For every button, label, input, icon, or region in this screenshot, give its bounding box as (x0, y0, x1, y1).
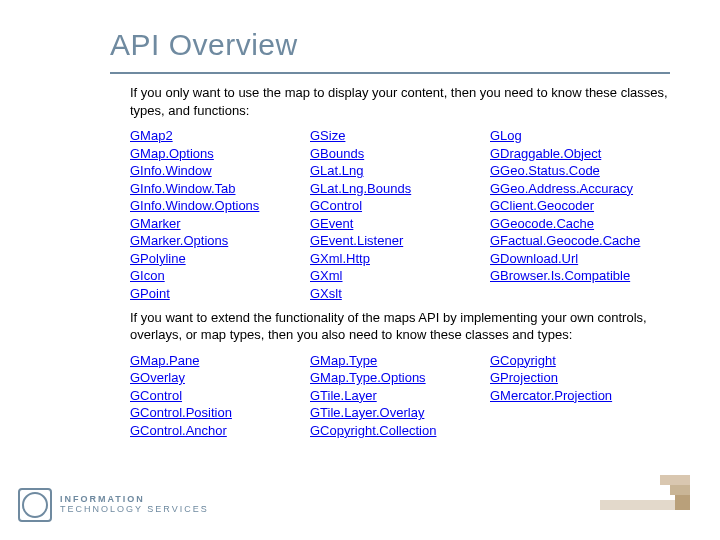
api-link[interactable]: GIcon (130, 267, 280, 285)
intro-text-2: If you want to extend the functionality … (130, 309, 690, 344)
api-link[interactable]: GInfo.Window.Tab (130, 180, 280, 198)
api-link[interactable]: GOverlay (130, 369, 280, 387)
api-link[interactable]: GBounds (310, 145, 460, 163)
api-link[interactable]: GControl.Position (130, 404, 280, 422)
api-link[interactable]: GClient.Geocoder (490, 197, 640, 215)
api-link[interactable]: GMarker.Options (130, 232, 280, 250)
api-link[interactable]: GCopyright.Collection (310, 422, 460, 440)
api-col: GMap2GMap.OptionsGInfo.WindowGInfo.Windo… (130, 127, 280, 302)
api-link[interactable]: GDownload.Url (490, 250, 640, 268)
api-link[interactable]: GTile.Layer.Overlay (310, 404, 460, 422)
api-link[interactable]: GBrowser.Is.Compatible (490, 267, 640, 285)
api-col: GCopyrightGProjectionGMercator.Projectio… (490, 352, 640, 440)
unc-seal-icon (18, 488, 52, 522)
body-content: If you only want to use the map to displ… (130, 80, 690, 445)
api-link[interactable]: GXml.Http (310, 250, 460, 268)
api-link[interactable]: GMarker (130, 215, 280, 233)
title-divider (110, 72, 670, 74)
api-col: GLogGDraggable.ObjectGGeo.Status.CodeGGe… (490, 127, 640, 302)
api-link[interactable]: GControl.Anchor (130, 422, 280, 440)
api-link[interactable]: GControl (310, 197, 460, 215)
api-link[interactable]: GGeo.Address.Accuracy (490, 180, 640, 198)
api-col: GSizeGBoundsGLat.LngGLat.Lng.BoundsGCont… (310, 127, 460, 302)
thumbnail-icon (600, 475, 690, 510)
api-link[interactable]: GMap.Type (310, 352, 460, 370)
api-link[interactable]: GControl (130, 387, 280, 405)
api-col: GMap.TypeGMap.Type.OptionsGTile.LayerGTi… (310, 352, 460, 440)
api-link[interactable]: GTile.Layer (310, 387, 460, 405)
api-link[interactable]: GLat.Lng.Bounds (310, 180, 460, 198)
api-link[interactable]: GGeo.Status.Code (490, 162, 640, 180)
api-link[interactable]: GPolyline (130, 250, 280, 268)
api-link[interactable]: GMercator.Projection (490, 387, 640, 405)
api-link[interactable]: GMap2 (130, 127, 280, 145)
api-link[interactable]: GMap.Options (130, 145, 280, 163)
api-link[interactable]: GInfo.Window.Options (130, 197, 280, 215)
intro-text-1: If you only want to use the map to displ… (130, 84, 690, 119)
api-col: GMap.PaneGOverlayGControlGControl.Positi… (130, 352, 280, 440)
api-list-group-1: GMap2GMap.OptionsGInfo.WindowGInfo.Windo… (130, 127, 690, 302)
slide: API Overview If you only want to use the… (0, 0, 720, 540)
api-link[interactable]: GPoint (130, 285, 280, 303)
api-link[interactable]: GEvent (310, 215, 460, 233)
api-link[interactable]: GProjection (490, 369, 640, 387)
api-link[interactable]: GInfo.Window (130, 162, 280, 180)
api-link[interactable]: GMap.Pane (130, 352, 280, 370)
api-link[interactable]: GXslt (310, 285, 460, 303)
api-link[interactable]: GDraggable.Object (490, 145, 640, 163)
api-link[interactable]: GCopyright (490, 352, 640, 370)
footer-line2: TECHNOLOGY SERVICES (60, 505, 209, 515)
api-link[interactable]: GGeocode.Cache (490, 215, 640, 233)
api-link[interactable]: GSize (310, 127, 460, 145)
page-title: API Overview (110, 28, 298, 62)
api-link[interactable]: GXml (310, 267, 460, 285)
api-link[interactable]: GLog (490, 127, 640, 145)
api-link[interactable]: GEvent.Listener (310, 232, 460, 250)
footer-logo: INFORMATION TECHNOLOGY SERVICES (18, 488, 209, 522)
api-link[interactable]: GFactual.Geocode.Cache (490, 232, 640, 250)
api-list-group-2: GMap.PaneGOverlayGControlGControl.Positi… (130, 352, 690, 440)
seal-inner-icon (22, 492, 48, 518)
footer-text: INFORMATION TECHNOLOGY SERVICES (60, 495, 209, 515)
api-link[interactable]: GMap.Type.Options (310, 369, 460, 387)
api-link[interactable]: GLat.Lng (310, 162, 460, 180)
